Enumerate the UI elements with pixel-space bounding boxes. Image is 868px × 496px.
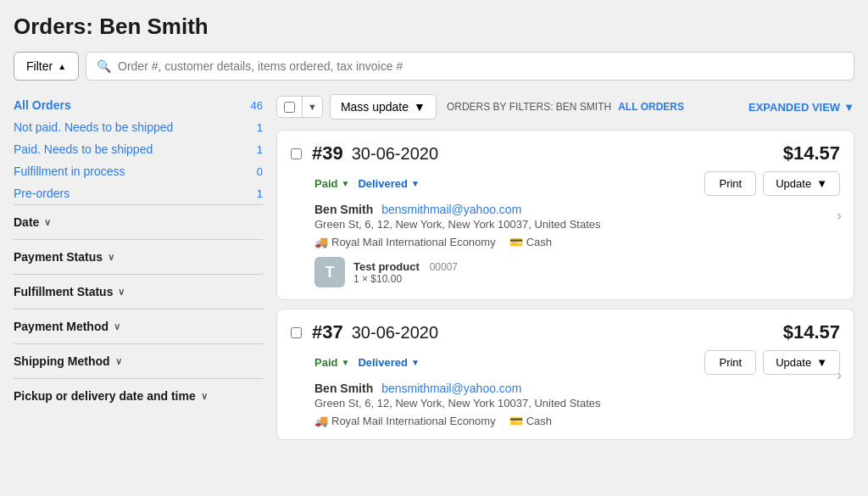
truck-icon-1: 🚚 <box>314 415 328 427</box>
order-action-btns-1: Print Update ▼ <box>704 350 840 375</box>
filter-group-chevron-icon-0: ∨ <box>44 217 51 228</box>
cash-icon-0: 💳 <box>509 236 523 248</box>
update-button-1[interactable]: Update ▼ <box>763 350 840 375</box>
order-checkbox-1[interactable] <box>291 327 302 338</box>
order-address-1: Green St, 6, 12, New York, New York 1003… <box>314 397 840 410</box>
filter-group-text-3: Payment Method <box>14 320 108 333</box>
sidebar-filter-group-label-2[interactable]: Fulfillment Status ∨ <box>14 285 263 298</box>
sidebar-filter-group-3[interactable]: Payment Method ∨ <box>14 309 263 343</box>
customer-email-1[interactable]: bensmithmail@yahoo.com <box>381 382 521 395</box>
all-orders-link[interactable]: ALL ORDERS <box>618 101 684 113</box>
filter-group-chevron-icon-3: ∨ <box>114 321 120 332</box>
sidebar-nav-count: 0 <box>257 165 263 178</box>
payment-method-info-0: 💳 Cash <box>509 236 552 248</box>
payment-status-badge-1[interactable]: Paid ▼ <box>314 356 349 369</box>
payment-status-chevron-icon-0: ▼ <box>341 179 349 188</box>
print-button-1[interactable]: Print <box>704 350 756 375</box>
order-card-arrow-1[interactable]: › <box>837 365 842 383</box>
order-number-0: #39 <box>312 142 343 164</box>
order-price-1: $14.57 <box>783 321 840 343</box>
sidebar-nav-count: 46 <box>251 99 263 112</box>
update-button-0[interactable]: Update ▼ <box>763 171 840 196</box>
payment-method-label-1: Cash <box>526 415 552 427</box>
checkbox-dropdown-arrow[interactable]: ▼ <box>302 97 322 117</box>
filter-group-chevron-icon-5: ∨ <box>201 391 208 402</box>
search-icon: 🔍 <box>97 59 111 73</box>
order-action-btns-0: Print Update ▼ <box>704 171 840 196</box>
sidebar-nav-item-0[interactable]: All Orders 46 <box>14 94 263 116</box>
filter-chevron-icon: ▲ <box>58 62 66 71</box>
order-card-1: #37 30-06-2020 $14.57 Paid ▼ Delivered ▼… <box>276 309 854 440</box>
order-info-1: Ben Smith bensmithmail@yahoo.com Green S… <box>291 382 840 410</box>
sidebar-filter-group-label-3[interactable]: Payment Method ∨ <box>14 320 263 333</box>
sidebar: All Orders 46 Not paid. Needs to be ship… <box>14 94 276 449</box>
filter-group-text-5: Pickup or delivery date and time <box>14 389 196 403</box>
order-address-0: Green St, 6, 12, New York, New York 1003… <box>314 218 840 231</box>
mass-update-button[interactable]: Mass update ▼ <box>330 94 437 120</box>
order-info-0: Ben Smith bensmithmail@yahoo.com Green S… <box>291 203 840 231</box>
filter-group-text-1: Payment Status <box>14 250 103 264</box>
order-checkbox-0[interactable] <box>291 148 302 159</box>
filter-group-chevron-icon-4: ∨ <box>115 356 122 367</box>
expanded-view-button[interactable]: EXPANDED VIEW ▼ <box>748 101 854 114</box>
filter-group-text-4: Shipping Method <box>14 354 110 368</box>
payment-status-chevron-icon-1: ▼ <box>341 358 349 367</box>
print-button-0[interactable]: Print <box>704 171 756 196</box>
shipping-label-0: Royal Mail International Economy <box>331 236 496 248</box>
order-card-header-0: #39 30-06-2020 $14.57 <box>291 142 840 164</box>
main-layout: All Orders 46 Not paid. Needs to be ship… <box>14 94 854 449</box>
sidebar-filter-group-5[interactable]: Pickup or delivery date and time ∨ <box>14 378 263 413</box>
sidebar-filter-group-2[interactable]: Fulfillment Status ∨ <box>14 274 263 309</box>
filter-group-chevron-icon-2: ∨ <box>118 287 125 298</box>
customer-name-1: Ben Smith <box>314 382 373 395</box>
update-chevron-icon-0: ▼ <box>816 177 827 190</box>
sidebar-nav-item-3[interactable]: Fulfillment in process 0 <box>14 160 263 182</box>
fulfillment-chevron-icon-0: ▼ <box>411 179 420 188</box>
product-thumbnail-0: T <box>314 257 345 287</box>
sidebar-filter-group-label-4[interactable]: Shipping Method ∨ <box>14 354 263 368</box>
sidebar-nav-label: All Orders <box>14 98 71 112</box>
mass-update-label: Mass update <box>341 100 409 114</box>
search-input[interactable] <box>118 59 843 73</box>
order-date-1: 30-06-2020 <box>352 323 438 343</box>
customer-name-0: Ben Smith <box>314 203 373 216</box>
select-all-checkbox[interactable] <box>284 102 295 113</box>
order-meta-row-0: 🚚 Royal Mail International Economy 💳 Cas… <box>291 236 840 248</box>
checkbox-dropdown[interactable]: ▼ <box>276 96 323 118</box>
product-sku-0: 00007 <box>430 261 458 273</box>
sidebar-nav-label: Not paid. Needs to be shipped <box>14 120 173 134</box>
sidebar-filter-group-label-1[interactable]: Payment Status ∨ <box>14 250 263 264</box>
filter-button[interactable]: Filter ▲ <box>14 52 79 81</box>
order-card-arrow-0[interactable]: › <box>837 206 842 224</box>
order-card-0: #39 30-06-2020 $14.57 Paid ▼ Delivered ▼… <box>276 130 854 300</box>
payment-method-info-1: 💳 Cash <box>509 415 552 427</box>
sidebar-filter-group-4[interactable]: Shipping Method ∨ <box>14 343 263 378</box>
sidebar-filter-group-label-0[interactable]: Date ∨ <box>14 215 263 229</box>
filter-label: Filter <box>26 59 53 73</box>
customer-email-0[interactable]: bensmithmail@yahoo.com <box>381 203 521 216</box>
fulfillment-status-badge-0[interactable]: Delivered ▼ <box>358 177 419 190</box>
order-status-row-1: Paid ▼ Delivered ▼ Print Update ▼ <box>291 350 840 375</box>
sidebar-filter-group-1[interactable]: Payment Status ∨ <box>14 239 263 274</box>
filter-group-text-0: Date <box>14 215 39 229</box>
sidebar-nav-count: 1 <box>257 121 263 134</box>
product-name-0: Test product <box>353 260 420 273</box>
sidebar-nav-item-4[interactable]: Pre-orders 1 <box>14 182 263 204</box>
order-number-1: #37 <box>312 321 343 343</box>
orders-filter-label: ORDERS BY FILTERS: BEN SMITH <box>447 101 611 113</box>
payment-status-badge-0[interactable]: Paid ▼ <box>314 177 349 190</box>
order-meta-row-1: 🚚 Royal Mail International Economy 💳 Cas… <box>291 415 840 427</box>
sidebar-nav-item-2[interactable]: Paid. Needs to be shipped 1 <box>14 138 263 160</box>
product-info-0: Test product 00007 1 × $10.00 <box>353 259 458 285</box>
order-card-header-1: #37 30-06-2020 $14.57 <box>291 321 840 343</box>
filter-group-text-2: Fulfillment Status <box>14 285 113 298</box>
sidebar-nav-label: Fulfillment in process <box>14 164 125 178</box>
sidebar-nav-section: All Orders 46 Not paid. Needs to be ship… <box>14 94 263 204</box>
sidebar-nav-item-1[interactable]: Not paid. Needs to be shipped 1 <box>14 116 263 138</box>
order-date-0: 30-06-2020 <box>352 144 438 164</box>
sidebar-nav-count: 1 <box>257 143 263 156</box>
fulfillment-status-badge-1[interactable]: Delivered ▼ <box>358 356 419 369</box>
sidebar-nav-label: Paid. Needs to be shipped <box>14 142 153 156</box>
sidebar-filter-group-label-5[interactable]: Pickup or delivery date and time ∨ <box>14 389 263 403</box>
sidebar-filter-group-0[interactable]: Date ∨ <box>14 204 263 239</box>
